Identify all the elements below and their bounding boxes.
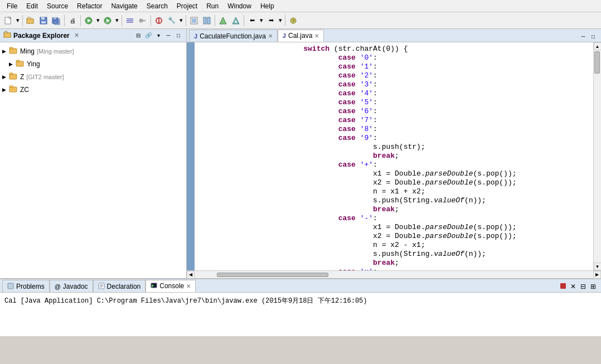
problems-icon [7, 283, 14, 290]
editor-code[interactable]: switch (str.charAt(0)) { case '0': case … [195, 42, 593, 270]
toolbar-btn-9[interactable] [230, 14, 242, 27]
toolbar-btn-13[interactable]: ▾ [278, 14, 283, 27]
menu-project[interactable]: Project [172, 1, 202, 11]
editor-vscrollbar[interactable]: ▲ ▼ [593, 42, 601, 270]
menu-refactor[interactable]: Refactor [72, 1, 106, 11]
svg-rect-16 [127, 20, 133, 21]
toolbar-btn-14[interactable]: ? [287, 14, 299, 27]
sidebar-link-btn[interactable]: 🔗 [144, 31, 153, 40]
console-more-btn[interactable]: ⊞ [589, 282, 598, 291]
editor-hscrollbar[interactable]: ◀ ▶ [187, 270, 601, 278]
tab-cal[interactable]: J Cal.java ✕ [278, 30, 324, 42]
tab-declaration-label: Declaration [107, 283, 141, 290]
svg-rect-14 [105, 22, 110, 23]
menu-file[interactable]: File [2, 1, 22, 11]
toolbar-btn-6[interactable] [188, 14, 200, 27]
vscroll-track[interactable] [594, 50, 602, 263]
svg-rect-49 [560, 283, 566, 289]
sidebar-tree: ▶ Ming [Ming master] ▶ Ying ▶ [0, 42, 186, 278]
svg-point-19 [140, 20, 142, 21]
arrow-icon-ying: ▶ [9, 61, 16, 67]
svg-text:?: ? [292, 18, 295, 23]
console-minimize-btn[interactable]: ⊟ [579, 282, 588, 291]
open-button[interactable] [25, 14, 37, 27]
hscroll-left-btn[interactable]: ◀ [187, 271, 195, 279]
tree-item-zc[interactable]: ▶ ZC [0, 83, 186, 96]
hscroll-right-btn[interactable]: ▶ [593, 271, 601, 279]
toolbar: ▾ 🖨 ▾ ▾ 🔧 ▾ ⬅ ▾ ➡ ▾ [0, 12, 601, 29]
new-dropdown-button[interactable]: ▾ [15, 14, 21, 27]
sidebar-max-btn[interactable]: □ [174, 31, 183, 40]
bottom-tabs: Problems @ Javadoc Declaration Console [0, 279, 601, 293]
tab-javadoc[interactable]: @ Javadoc [50, 280, 93, 292]
svg-rect-15 [127, 18, 133, 20]
tab-problems[interactable]: Problems [2, 280, 50, 292]
menu-search[interactable]: Search [142, 1, 172, 11]
main-layout: Package Explorer ✕ ⊟ 🔗 ▾ ─ □ ▶ Ming [Min… [0, 29, 601, 278]
code-line-8: case '6': [199, 107, 589, 116]
sidebar-min-btn[interactable]: ─ [164, 31, 173, 40]
editor-max-btn[interactable]: □ [589, 32, 598, 41]
code-line-20: case '-': [199, 214, 589, 223]
code-line-19: break; [199, 205, 589, 214]
console-icon [151, 282, 157, 290]
vscroll-up-btn[interactable]: ▲ [594, 42, 602, 50]
vscroll-down-btn[interactable]: ▼ [594, 263, 602, 270]
debug-button[interactable] [101, 14, 114, 27]
tab-caculate[interactable]: J CaculateFunction.java ✕ [189, 30, 278, 42]
save-all-button[interactable] [50, 14, 62, 27]
run-button[interactable] [83, 14, 95, 27]
tree-item-z[interactable]: ▶ Z [GIT2 master] [0, 70, 186, 83]
print-button[interactable]: 🖨 [66, 14, 79, 27]
tree-label-ming: Ming [20, 47, 35, 55]
code-line-14: case '+': [199, 161, 589, 169]
console-close-btn[interactable]: ✕ [569, 282, 578, 291]
svg-rect-24 [192, 18, 196, 23]
code-line-4: case '2': [199, 71, 589, 80]
menu-edit[interactable]: Edit [22, 1, 42, 11]
arrow-icon-zc: ▶ [2, 87, 9, 93]
code-line-17: n = x1 + x2; [199, 187, 589, 196]
tab-declaration[interactable]: Declaration [93, 280, 146, 292]
toolbar-btn-11[interactable]: ▾ [259, 14, 264, 27]
sidebar-collapse-btn[interactable]: ⊟ [134, 31, 143, 40]
code-line-15: x1 = Double.parseDouble(s.pop()); [199, 169, 589, 178]
bottom-panel: Problems @ Javadoc Declaration Console [0, 278, 601, 336]
toolbar-btn-8[interactable] [217, 14, 229, 27]
tab-console[interactable]: Console ✕ [146, 280, 196, 292]
toolbar-btn-2[interactable] [137, 14, 149, 27]
toolbar-btn-12[interactable]: ➡ [265, 14, 277, 27]
menu-help[interactable]: Help [256, 1, 279, 11]
debug-dropdown-button[interactable]: ▾ [114, 14, 120, 27]
menu-source[interactable]: Source [42, 1, 72, 11]
code-line-21: x1 = Double.parseDouble(s.pop()); [199, 223, 589, 232]
tree-item-ying[interactable]: ▶ Ying [7, 57, 186, 70]
tab-javadoc-label: Javadoc [63, 283, 88, 290]
svg-rect-4 [41, 17, 45, 20]
menu-run[interactable]: Run [202, 1, 223, 11]
toolbar-btn-7[interactable] [201, 14, 213, 27]
toolbar-btn-10[interactable]: ⬅ [246, 14, 258, 27]
sidebar-close-icon[interactable]: ✕ [74, 32, 79, 39]
vscroll-thumb[interactable] [594, 51, 600, 74]
run-dropdown-button[interactable]: ▾ [95, 14, 101, 27]
toolbar-btn-4[interactable]: 🔧 [166, 14, 178, 27]
editor-min-btn[interactable]: ─ [579, 32, 588, 41]
hscroll-thumb[interactable] [217, 273, 328, 277]
tab-close-caculate[interactable]: ✕ [268, 33, 273, 39]
toolbar-btn-1[interactable] [124, 14, 136, 27]
hscroll-track[interactable] [195, 272, 593, 278]
sidebar-menu-btn[interactable]: ▾ [154, 31, 163, 40]
svg-rect-5 [41, 21, 46, 23]
menu-window[interactable]: Window [223, 1, 256, 11]
save-button[interactable] [37, 14, 50, 27]
toolbar-btn-3[interactable] [153, 14, 165, 27]
toolbar-btn-5[interactable]: ▾ [178, 14, 184, 27]
tree-item-ming[interactable]: ▶ Ming [Ming master] [0, 45, 186, 57]
new-button[interactable] [2, 14, 14, 27]
tab-close-cal[interactable]: ✕ [314, 33, 319, 39]
menu-navigate[interactable]: Navigate [106, 1, 142, 11]
tab-console-close[interactable]: ✕ [186, 283, 191, 289]
console-stop-btn[interactable] [559, 282, 568, 291]
code-line-26: case 'x': [199, 268, 589, 270]
